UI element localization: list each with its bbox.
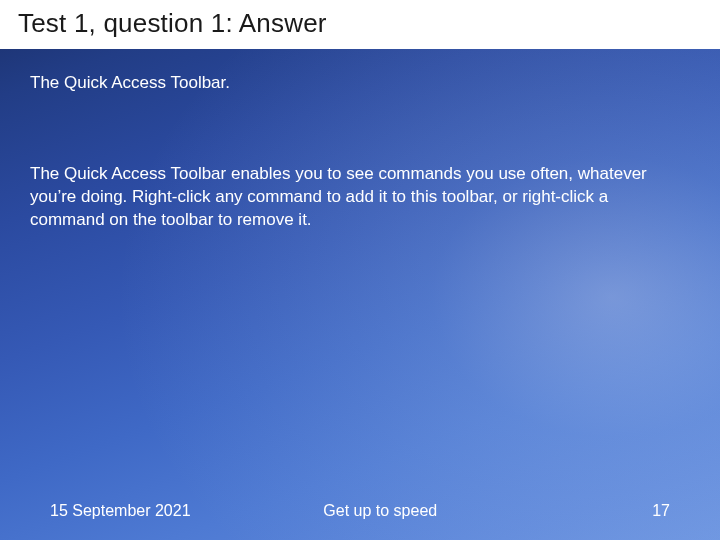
slide-footer: 15 September 2021 Get up to speed 17	[0, 502, 720, 520]
footer-page-number: 17	[610, 502, 670, 520]
answer-short: The Quick Access Toolbar.	[30, 73, 690, 93]
footer-title: Get up to speed	[151, 502, 610, 520]
slide: Test 1, question 1: Answer The Quick Acc…	[0, 0, 720, 540]
slide-title: Test 1, question 1: Answer	[0, 0, 720, 49]
answer-explanation: The Quick Access Toolbar enables you to …	[30, 163, 670, 232]
slide-content: The Quick Access Toolbar. The Quick Acce…	[0, 49, 720, 232]
